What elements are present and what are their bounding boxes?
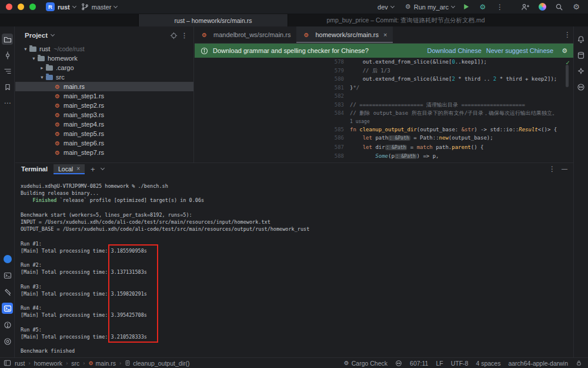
console-icon (4, 271, 12, 280)
more-run-actions-button[interactable]: ⋮ (494, 1, 506, 13)
line-separator-widget[interactable]: LF (436, 360, 443, 367)
locate-file-icon[interactable] (170, 32, 178, 39)
tree-item-main-rs[interactable]: ⚙main.rs (15, 82, 193, 91)
folder-icon (38, 56, 45, 61)
project-tool-icon[interactable] (2, 34, 13, 45)
chevron-collapsed-icon[interactable]: ▸ (39, 65, 45, 71)
encoding-widget[interactable]: UTF-8 (451, 360, 469, 367)
cargo-check-widget[interactable]: ⚙Cargo Check (344, 360, 387, 367)
code-line: 579 // 后 1/3 (195, 67, 571, 75)
more-vertical-icon: ⋮ (564, 31, 571, 38)
usage-hint[interactable]: 1 usage (350, 118, 571, 125)
caret-position-widget[interactable]: 607:11 (410, 360, 428, 367)
env-widget[interactable]: dev (377, 4, 394, 11)
more-tool-windows-icon[interactable]: ⋯ (2, 97, 13, 108)
services-icon (4, 337, 12, 346)
target-triple-widget[interactable]: aarch64-apple-darwin (508, 360, 568, 367)
terminal-options-icon[interactable]: ⋮ (549, 165, 556, 173)
terminal-output[interactable]: xudehui.xdh@U-VTRJP9MV-0825 homework % .… (15, 175, 573, 357)
code-with-me-button[interactable] (519, 1, 531, 13)
terminal-tab-local[interactable]: Local× (54, 164, 85, 174)
new-terminal-button[interactable]: + (91, 165, 95, 174)
assistant-plugin-icon[interactable] (2, 253, 13, 264)
editor-tab-options-button[interactable]: ⋮ (562, 29, 573, 41)
project-widget[interactable]: R rust (46, 2, 76, 11)
breadcrumb-main-rs[interactable]: ⚙main.rs (88, 360, 116, 367)
terminal-line: [Main] Total processing time: 3.13713158… (21, 268, 573, 276)
hide-panel-icon[interactable]: — (562, 166, 567, 172)
panel-toggle-icon[interactable] (4, 359, 11, 367)
code-editor[interactable]: 578 out.extend_from_slice(&line[0..keep1… (195, 58, 571, 163)
more-vertical-icon: ⋮ (496, 4, 503, 11)
close-tab-icon[interactable]: × (76, 165, 80, 172)
tree-item-main-step1[interactable]: ⚙main_step1.rs (15, 91, 193, 101)
tree-label: main_step2.rs (64, 102, 104, 109)
breadcrumb-src[interactable]: src (71, 360, 79, 367)
banner-settings-icon[interactable]: ⚙ (562, 48, 567, 54)
close-tab-icon[interactable]: × (383, 31, 387, 38)
chevron-down-icon[interactable] (51, 32, 55, 37)
vcs-branch-widget[interactable]: master (81, 3, 118, 11)
ai-assistant-button[interactable] (536, 1, 548, 13)
build-tool-icon[interactable] (2, 286, 13, 297)
breadcrumb-homework[interactable]: homework (34, 360, 62, 367)
rust-file-icon: ⚙ (88, 360, 93, 366)
readonly-lock-widget[interactable] (576, 360, 582, 366)
services-tool-icon[interactable] (2, 336, 13, 347)
close-window-button[interactable] (6, 4, 12, 10)
editor-scrollbar[interactable] (566, 65, 569, 87)
window-tab-inactive[interactable]: pmp_buy_price – Commit: 查询链路耗时节点分析文档.md (294, 14, 517, 26)
chevron-down-icon[interactable] (101, 166, 105, 170)
commit-tool-icon[interactable] (2, 49, 13, 61)
tree-item-src[interactable]: ▾src (15, 72, 193, 82)
more-vertical-icon[interactable]: ⋮ (181, 32, 188, 39)
tree-item-main-step2[interactable]: ⚙main_step2.rs (15, 101, 193, 110)
window-tab-active[interactable]: rust – homework/src/main.rs (138, 14, 288, 26)
notifications-tool-icon[interactable] (575, 34, 586, 45)
bookmarks-tool-icon[interactable] (2, 81, 13, 92)
console-tool-icon[interactable] (2, 270, 13, 281)
terminal-tool-icon[interactable] (2, 303, 13, 314)
indent-widget[interactable]: 4 spaces (476, 360, 500, 367)
editor-tab-homework[interactable]: ⚙homework/src/main.rs× (296, 26, 393, 43)
code-line: 587 let dir: &Path = match path.parent()… (195, 143, 571, 152)
terminal-line: [Main] Total processing time: 3.21052833… (21, 333, 573, 340)
copilot-tool-icon[interactable] (575, 81, 586, 92)
blue-circle-icon (4, 255, 12, 263)
tree-item-main-step3[interactable]: ⚙main_step3.rs (15, 110, 193, 120)
breadcrumb-rust[interactable]: rust (15, 360, 25, 367)
ai-chat-tool-icon[interactable] (575, 65, 586, 77)
problems-tool-icon[interactable] (2, 319, 13, 330)
code-line: 580 out.extend_from_slice(&line[2 * thir… (195, 75, 571, 84)
chevron-expanded-icon[interactable]: ▾ (31, 55, 37, 61)
breadcrumb-function[interactable]: cleanup_output_dir() (125, 360, 189, 367)
download-chinese-link[interactable]: Download Chinese (427, 47, 481, 54)
database-tool-icon[interactable] (575, 49, 586, 61)
run-button[interactable] (460, 1, 472, 13)
terminal-line: INPUT = /Users/xudehui.xdh/code/ali-code… (21, 218, 573, 226)
editor-tab-mandelbrot[interactable]: ⚙mandelbrot_ws/src/main.rs (195, 26, 296, 43)
banner-message: Download grammar and spelling checker fo… (213, 47, 369, 54)
tree-item-main-step6[interactable]: ⚙main_step6.rs (15, 138, 193, 148)
tree-item-cargo[interactable]: ▸.cargo (15, 63, 193, 72)
tree-item-main-step4[interactable]: ⚙main_step4.rs (15, 120, 193, 129)
run-with-coverage-button[interactable]: ⚙ (477, 1, 489, 13)
settings-button[interactable]: ⚙ (570, 1, 582, 13)
search-everywhere-button[interactable] (553, 1, 565, 13)
tree-item-main-step5[interactable]: ⚙main_step5.rs (15, 129, 193, 138)
code-line: 582 (195, 92, 571, 101)
structure-tool-icon[interactable] (2, 65, 13, 77)
database-icon (577, 51, 585, 59)
minimize-window-button[interactable] (18, 4, 24, 10)
branch-name: master (92, 4, 112, 11)
chevron-expanded-icon[interactable]: ▾ (22, 46, 29, 52)
zoom-window-button[interactable] (29, 4, 36, 10)
never-suggest-chinese-link[interactable]: Never suggest Chinese (486, 47, 553, 54)
chevron-expanded-icon[interactable]: ▾ (39, 74, 45, 80)
run-configuration-widget[interactable]: ⚙ Run my_arc (405, 4, 455, 11)
copilot-status-widget[interactable] (395, 360, 402, 367)
run-config-icon: ⚙ (405, 4, 411, 10)
tree-item-homework[interactable]: ▾homework (15, 54, 193, 63)
tree-item-main-step7[interactable]: ⚙main_step7.rs (15, 148, 193, 157)
tree-item-root[interactable]: ▾rust~/code/rust (15, 44, 193, 54)
